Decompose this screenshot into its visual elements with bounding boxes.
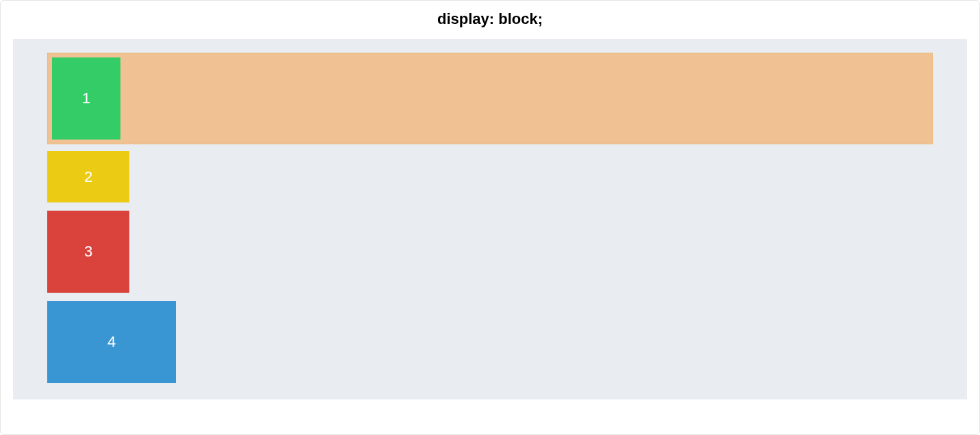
demo-panel: 1 2 3 4 — [13, 39, 967, 399]
box-4: 4 — [47, 301, 176, 383]
box-2: 2 — [47, 151, 129, 202]
box-3: 3 — [47, 211, 129, 293]
block-highlight-row: 1 — [47, 53, 933, 144]
diagram-title: display: block; — [1, 1, 979, 39]
box-1: 1 — [52, 57, 120, 140]
